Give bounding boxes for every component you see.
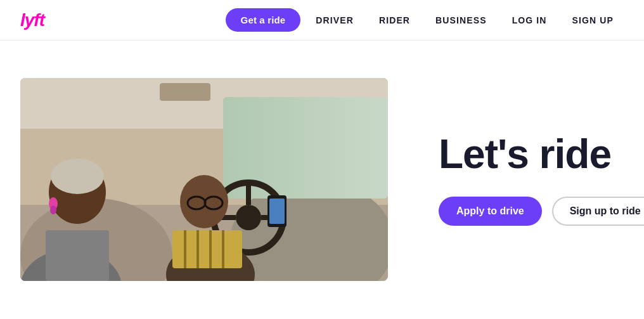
hero-actions: Apply to drive Sign up to ride [439, 197, 644, 226]
hero-content: Let's ride Apply to drive Sign up to rid… [426, 133, 644, 225]
svg-point-27 [51, 159, 104, 194]
svg-point-9 [236, 205, 261, 230]
hero-section: Let's ride Apply to drive Sign up to rid… [0, 41, 644, 318]
site-header: lyft Get a ride DRIVER RIDER BUSINESS LO… [0, 0, 644, 41]
nav-login[interactable]: LOG IN [502, 9, 557, 32]
main-nav: Get a ride DRIVER RIDER BUSINESS LOG IN … [226, 8, 624, 32]
logo-text: lyft [20, 11, 44, 29]
nav-signup[interactable]: SIGN UP [562, 9, 624, 32]
nav-rider[interactable]: RIDER [369, 9, 420, 32]
svg-point-29 [50, 205, 56, 214]
logo[interactable]: lyft [20, 11, 44, 29]
svg-rect-30 [46, 230, 109, 281]
svg-rect-2 [160, 83, 210, 101]
svg-rect-24 [269, 199, 285, 224]
hero-image [20, 78, 388, 281]
get-a-ride-button[interactable]: Get a ride [226, 8, 301, 32]
sign-up-to-ride-button[interactable]: Sign up to ride [552, 197, 644, 226]
svg-rect-15 [172, 230, 242, 268]
nav-business[interactable]: BUSINESS [425, 9, 497, 32]
apply-to-drive-button[interactable]: Apply to drive [439, 197, 542, 226]
hero-headline: Let's ride [439, 133, 644, 176]
nav-driver[interactable]: DRIVER [306, 9, 364, 32]
